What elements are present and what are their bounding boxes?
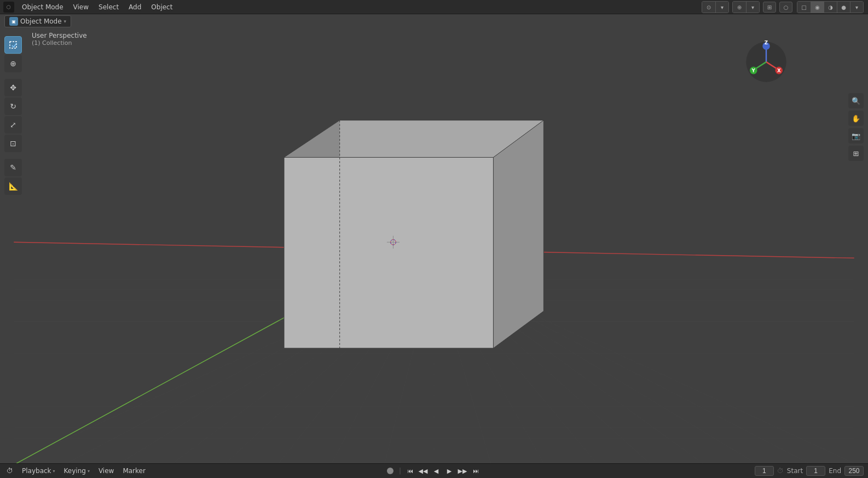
proportional-icon[interactable]: ○ xyxy=(779,2,792,13)
tool-divider-1 xyxy=(4,73,22,78)
keying-chevron: ▾ xyxy=(88,469,90,474)
bottom-bar: ⏱ Playback ▾ Keying ▾ View Marker | ⏮ ◀◀… xyxy=(0,463,868,478)
top-menu-bar: ⬡ Object Mode View Select Add Object ⊙ ▾… xyxy=(0,0,868,14)
start-label: Start xyxy=(787,467,803,475)
material-preview-icon[interactable]: ◑ xyxy=(824,2,837,13)
frame-controls: ⏱ Start End xyxy=(755,466,864,476)
view-menu-bottom[interactable]: View xyxy=(95,466,117,476)
object-menu[interactable]: Object xyxy=(147,2,177,12)
view-label: View xyxy=(99,467,114,475)
perspective-icon[interactable]: ⊞ xyxy=(848,146,864,161)
wireframe-icon[interactable]: □ xyxy=(797,2,811,13)
playback-menu[interactable]: Playback ▾ xyxy=(19,466,59,476)
jump-to-end-btn[interactable]: ⏭ xyxy=(470,465,481,476)
tool-divider-2 xyxy=(4,153,22,158)
gizmo-chevron[interactable]: ▾ xyxy=(746,2,759,13)
svg-text:Z: Z xyxy=(765,40,768,45)
shading-mode-group: □ ◉ ◑ ● ▾ xyxy=(797,1,864,13)
annotate-tool[interactable]: ✎ xyxy=(4,159,22,176)
end-label: End xyxy=(829,467,841,475)
viewport-shading-group: ⊙ ▾ xyxy=(702,1,729,13)
solid-icon[interactable]: ◉ xyxy=(811,2,824,13)
shading-chevron[interactable]: ▾ xyxy=(850,2,863,13)
transform-tool[interactable]: ⊡ xyxy=(4,135,22,152)
left-toolbar: ⊕ ✥ ↻ ⤢ ⊡ ✎ 📐 xyxy=(4,36,22,195)
measure-tool[interactable]: 📐 xyxy=(4,177,22,195)
viewport-header: ▣ Object Mode ▾ xyxy=(0,14,868,28)
viewport-chevron[interactable]: ▾ xyxy=(715,2,728,13)
view-menu[interactable]: View xyxy=(69,2,93,12)
mode-icon: ▣ xyxy=(9,17,18,26)
current-frame-input[interactable] xyxy=(755,466,774,476)
viewport-svg: Z X Y xyxy=(0,14,868,463)
mode-label: Object Mode xyxy=(20,18,62,25)
jump-to-start-btn[interactable]: ⏮ xyxy=(404,465,415,476)
pan-view-icon[interactable]: ✋ xyxy=(848,111,864,126)
svg-marker-39 xyxy=(284,157,493,348)
zoom-view-icon[interactable]: 🔍 xyxy=(848,93,864,108)
gizmo-overlay-icon[interactable]: ⊕ xyxy=(733,2,746,13)
scale-tool[interactable]: ⤢ xyxy=(4,116,22,134)
play-button[interactable]: ▶ xyxy=(444,465,455,476)
marker-menu[interactable]: Marker xyxy=(119,466,148,476)
mode-menu[interactable]: Object Mode xyxy=(18,2,68,12)
play-separator-1: | xyxy=(399,467,401,475)
svg-text:X: X xyxy=(777,68,781,73)
add-menu[interactable]: Add xyxy=(124,2,146,12)
record-button[interactable] xyxy=(387,468,394,474)
keying-menu[interactable]: Keying ▾ xyxy=(61,466,93,476)
keying-label: Keying xyxy=(64,467,86,475)
prev-keyframe-btn[interactable]: ◀◀ xyxy=(418,465,429,476)
camera-view-icon[interactable]: 📷 xyxy=(848,128,864,143)
top-right-icons: ⊙ ▾ ⊕ ▾ ⊞ ○ □ ◉ ◑ ● ▾ xyxy=(697,0,868,14)
svg-marker-40 xyxy=(493,120,543,348)
cursor-tool[interactable]: ⊕ xyxy=(4,55,22,72)
end-frame-input[interactable] xyxy=(844,466,864,476)
right-toolbar: 🔍 ✋ 📷 ⊞ xyxy=(848,47,864,161)
start-frame-input[interactable] xyxy=(806,466,825,476)
select-box-tool[interactable] xyxy=(4,36,22,54)
next-frame-btn[interactable]: ▶▶ xyxy=(457,465,468,476)
viewport-overlay-icon[interactable]: ⊙ xyxy=(702,2,715,13)
playback-label: Playback xyxy=(22,467,51,475)
select-menu[interactable]: Select xyxy=(94,2,123,12)
mode-chevron: ▾ xyxy=(64,19,67,24)
playback-chevron: ▾ xyxy=(53,469,55,474)
engine-icon[interactable]: ⬡ xyxy=(3,2,14,13)
marker-label: Marker xyxy=(123,467,145,475)
viewport-3d[interactable]: Z X Y ▣ Object Mode ▾ User Perspective (… xyxy=(0,14,868,463)
rotate-tool[interactable]: ↻ xyxy=(4,97,22,115)
object-mode-selector[interactable]: ▣ Object Mode ▾ xyxy=(4,15,71,27)
snap-icon[interactable]: ⊞ xyxy=(763,2,776,13)
viewport-gizmo-group: ⊕ ▾ xyxy=(732,1,760,13)
rendered-icon[interactable]: ● xyxy=(837,2,850,13)
move-tool[interactable]: ✥ xyxy=(4,79,22,96)
svg-text:Y: Y xyxy=(751,68,756,73)
playback-controls: | ⏮ ◀◀ ◀ ▶ ▶▶ ⏭ xyxy=(387,465,481,476)
timeline-mode-icon[interactable]: ⏱ xyxy=(3,466,16,476)
prev-frame-btn[interactable]: ◀ xyxy=(431,465,442,476)
